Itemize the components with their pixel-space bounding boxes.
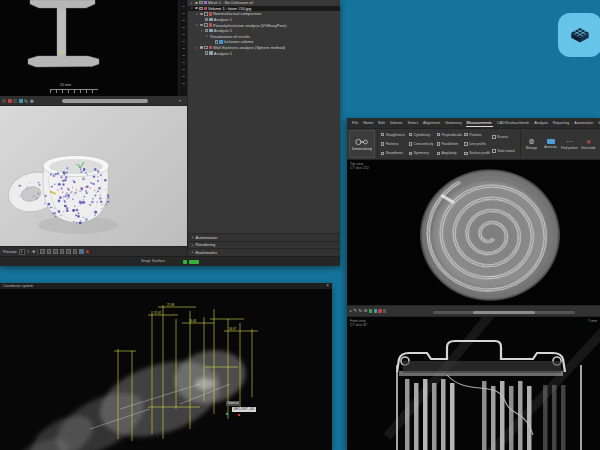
expander-icon[interactable]: ▾: [196, 12, 199, 16]
active-view-tool-icon[interactable]: [79, 249, 84, 254]
gray-tool-icon[interactable]: [383, 309, 386, 312]
tool-total-runout[interactable]: Total runout: [491, 147, 518, 155]
eye-icon[interactable]: [200, 13, 203, 15]
close-icon[interactable]: ×: [326, 284, 329, 288]
manage-button[interactable]: ⚙Manage: [523, 130, 540, 158]
menu-geometry[interactable]: Geometry: [444, 120, 463, 126]
visibility-checkbox[interactable]: ✓: [199, 1, 202, 4]
expander-icon[interactable]: ▾: [196, 46, 199, 50]
menu-home[interactable]: Home: [362, 120, 374, 126]
view-tool-icon[interactable]: [40, 249, 45, 254]
section-bookmarks[interactable]: ▸Bookmarks: [188, 248, 340, 256]
tool-perpendicularity[interactable]: Perpendicularity: [436, 131, 463, 139]
tree-item-label: Porosity/inclusion analysis (VGEasyPore): [213, 23, 287, 28]
measurement-tag[interactable]: Nominal: [226, 401, 240, 406]
battery-front-slice-view[interactable]: Front view CT slice 87 5 mm: [347, 317, 600, 450]
tool-cylindricity[interactable]: Cylindricity: [408, 131, 435, 139]
visibility-checkbox[interactable]: ✓: [199, 7, 202, 10]
view-tool-icon[interactable]: [47, 249, 52, 254]
move-icon[interactable]: ✥: [32, 250, 35, 254]
right-menubar[interactable]: FileHomeEditVolumeSelectAlignmentGeometr…: [347, 118, 600, 129]
tool-concentricity[interactable]: Concentricity: [408, 140, 435, 148]
menu-cad-surface-mesh[interactable]: CAD/Surface/mesh: [496, 120, 531, 126]
measurement-tag[interactable]: GEO.DIST_001: [232, 407, 256, 412]
menu-edit[interactable]: Edit: [377, 120, 386, 126]
menu-select[interactable]: Select: [406, 120, 419, 126]
cup-horizontal-scrollbar[interactable]: [62, 99, 148, 103]
tree-item-analysis-1[interactable]: ✓Analysis 1: [188, 50, 340, 56]
expander-icon[interactable]: ▾: [196, 23, 199, 27]
pencil-icon[interactable]: ✎: [353, 309, 357, 313]
menu-analyze[interactable]: Analyze: [533, 120, 549, 126]
annotate-button[interactable]: Annotate: [542, 130, 559, 158]
visibility-checkbox[interactable]: [204, 46, 207, 49]
teal-tool-icon[interactable]: [19, 99, 23, 103]
menu-automation[interactable]: Automation: [573, 120, 594, 126]
visibility-checkbox[interactable]: ✓: [204, 12, 207, 15]
visibility-checkbox[interactable]: ✓: [204, 23, 207, 26]
rotate-icon[interactable]: ↻: [359, 309, 363, 313]
tool-flatness[interactable]: Flatness: [380, 140, 407, 148]
chevron-right-icon[interactable]: ▸: [350, 309, 352, 313]
view-tool-icon[interactable]: [60, 249, 65, 254]
view-tool-icon[interactable]: [53, 249, 58, 254]
tool-position[interactable]: Position: [463, 131, 490, 139]
tool-line-profile[interactable]: Line profile: [463, 140, 490, 148]
visibility-checkbox[interactable]: ✓: [205, 18, 208, 21]
expander-icon[interactable]: ▾: [206, 34, 209, 38]
record-dot-icon[interactable]: [86, 250, 90, 254]
expander-icon[interactable]: ▾: [201, 29, 204, 33]
eye-icon[interactable]: [195, 2, 198, 4]
preview-toolbar[interactable]: Preview 1 ✎ ✥: [0, 246, 187, 256]
section-automation[interactable]: ▸Automation: [188, 233, 340, 241]
view-tool-icon[interactable]: [73, 249, 78, 254]
porosity-3d-view[interactable]: [0, 106, 187, 248]
visibility-checkbox[interactable]: ✓: [205, 29, 208, 32]
menu-file[interactable]: File: [351, 120, 359, 126]
tool-surface-profile[interactable]: Surface profile: [463, 149, 490, 157]
slice-scrollbar-strip[interactable]: [178, 0, 187, 96]
pencil-icon[interactable]: ✎: [24, 99, 28, 103]
tool-icon[interactable]: [2, 99, 6, 103]
exit-mode-button[interactable]: ✕Exit mode: [580, 130, 597, 158]
section-rendering[interactable]: ▸Rendering: [188, 241, 340, 249]
pencil-icon[interactable]: ✎: [27, 250, 30, 254]
tool-runout[interactable]: Runout: [491, 133, 518, 141]
record-icon[interactable]: [8, 99, 12, 103]
cup-porosity-render: [0, 106, 187, 248]
scrollbar-thumb[interactable]: [473, 311, 535, 314]
dimensioning-tool-button[interactable]: Dimensioning: [349, 130, 375, 158]
scene-tree-panel[interactable]: ▸✓Mesh 1 : Sin.Unknown.stl▾✓Volume 1 : f…: [187, 0, 340, 233]
crosshair-icon[interactable]: ⊕: [364, 309, 368, 313]
eye-icon[interactable]: [200, 24, 203, 26]
menu-reporting[interactable]: Reporting: [552, 120, 570, 126]
visibility-checkbox[interactable]: ✓: [205, 51, 208, 54]
menu-measurements[interactable]: Measurements: [466, 120, 493, 127]
toolbar-overflow-icon[interactable]: ▾: [179, 98, 181, 103]
expander-icon[interactable]: ▸: [191, 1, 194, 5]
eye-icon[interactable]: [195, 7, 198, 9]
tool-straightness[interactable]: Straightness: [380, 131, 407, 139]
tool-symmetry[interactable]: Symmetry: [408, 149, 435, 157]
view-tool-icon[interactable]: [66, 249, 71, 254]
app-logo[interactable]: [558, 13, 600, 57]
tool-roundness[interactable]: Roundness: [380, 149, 407, 157]
preview-value-stepper[interactable]: 1: [19, 249, 25, 255]
slice-view-panel[interactable]: 20 mm: [0, 0, 187, 96]
move-icon[interactable]: ✥: [30, 99, 34, 103]
expander-icon[interactable]: ▾: [191, 6, 194, 10]
menu-alignment[interactable]: Alignment: [422, 120, 441, 126]
find-pattern-button[interactable]: ⋯Find pattern: [561, 130, 578, 158]
eye-icon[interactable]: [200, 46, 203, 48]
green-tool-icon[interactable]: [369, 309, 372, 312]
tool-parallelism[interactable]: Parallelism: [436, 140, 463, 148]
menu-volume[interactable]: Volume: [389, 120, 404, 126]
battery-top-slice-view[interactable]: Top view CT slice 212: [347, 160, 600, 305]
teal-tool-icon[interactable]: [374, 309, 377, 312]
tool-icon[interactable]: [13, 99, 17, 103]
view-divider-toolbar[interactable]: ▸ ✎ ↻ ⊕: [347, 305, 600, 317]
visibility-checkbox[interactable]: ✓: [215, 40, 218, 43]
red-tool-icon[interactable]: [378, 309, 381, 312]
slice-position-scrollbar[interactable]: [433, 311, 575, 314]
tool-angularity[interactable]: Angularity: [436, 149, 463, 157]
